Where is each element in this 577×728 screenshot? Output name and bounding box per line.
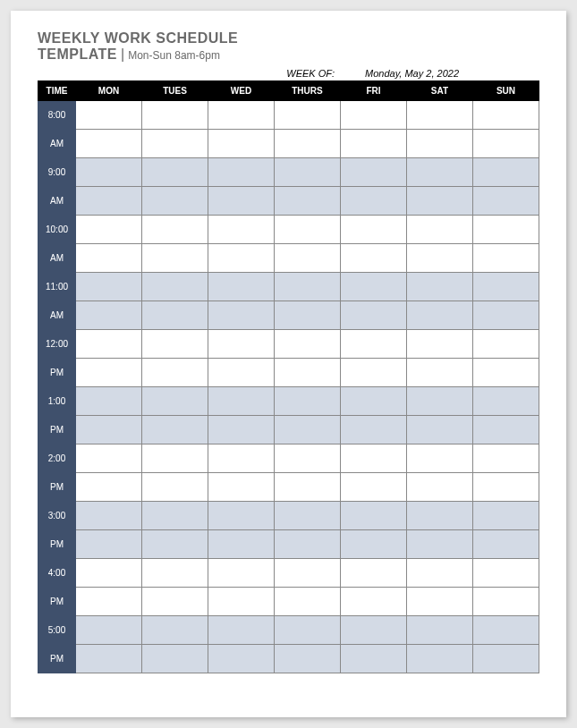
schedule-cell[interactable]	[208, 330, 275, 359]
schedule-cell[interactable]	[208, 588, 275, 616]
schedule-cell[interactable]	[76, 473, 142, 502]
schedule-cell[interactable]	[208, 216, 275, 244]
schedule-cell[interactable]	[341, 645, 407, 673]
schedule-cell[interactable]	[76, 444, 142, 473]
schedule-cell[interactable]	[142, 244, 208, 273]
schedule-cell[interactable]	[407, 530, 473, 559]
schedule-cell[interactable]	[473, 559, 539, 588]
schedule-cell[interactable]	[341, 158, 407, 187]
schedule-cell[interactable]	[76, 416, 142, 444]
schedule-cell[interactable]	[208, 559, 275, 588]
schedule-cell[interactable]	[76, 158, 142, 187]
schedule-cell[interactable]	[142, 502, 208, 530]
schedule-cell[interactable]	[142, 559, 208, 588]
schedule-cell[interactable]	[275, 130, 341, 158]
schedule-cell[interactable]	[407, 244, 473, 273]
schedule-cell[interactable]	[341, 387, 407, 416]
schedule-cell[interactable]	[473, 130, 539, 158]
schedule-cell[interactable]	[275, 187, 341, 216]
schedule-cell[interactable]	[473, 387, 539, 416]
schedule-cell[interactable]	[142, 158, 208, 187]
schedule-cell[interactable]	[142, 387, 208, 416]
schedule-cell[interactable]	[76, 216, 142, 244]
schedule-cell[interactable]	[341, 588, 407, 616]
schedule-cell[interactable]	[142, 301, 208, 330]
schedule-cell[interactable]	[142, 187, 208, 216]
schedule-cell[interactable]	[341, 559, 407, 588]
schedule-cell[interactable]	[407, 301, 473, 330]
schedule-cell[interactable]	[473, 588, 539, 616]
schedule-cell[interactable]	[407, 158, 473, 187]
schedule-cell[interactable]	[142, 530, 208, 559]
schedule-cell[interactable]	[76, 359, 142, 387]
schedule-cell[interactable]	[407, 588, 473, 616]
schedule-cell[interactable]	[76, 530, 142, 559]
schedule-cell[interactable]	[275, 444, 341, 473]
schedule-cell[interactable]	[142, 273, 208, 301]
schedule-cell[interactable]	[407, 645, 473, 673]
schedule-cell[interactable]	[275, 301, 341, 330]
schedule-cell[interactable]	[142, 359, 208, 387]
schedule-cell[interactable]	[407, 473, 473, 502]
schedule-cell[interactable]	[407, 359, 473, 387]
schedule-cell[interactable]	[341, 502, 407, 530]
schedule-cell[interactable]	[142, 416, 208, 444]
schedule-cell[interactable]	[208, 616, 275, 645]
schedule-cell[interactable]	[76, 588, 142, 616]
schedule-cell[interactable]	[208, 158, 275, 187]
schedule-cell[interactable]	[473, 444, 539, 473]
schedule-cell[interactable]	[341, 530, 407, 559]
schedule-cell[interactable]	[473, 502, 539, 530]
schedule-cell[interactable]	[341, 444, 407, 473]
schedule-cell[interactable]	[142, 130, 208, 158]
schedule-cell[interactable]	[275, 473, 341, 502]
schedule-cell[interactable]	[473, 645, 539, 673]
schedule-cell[interactable]	[407, 330, 473, 359]
schedule-cell[interactable]	[76, 244, 142, 273]
schedule-cell[interactable]	[208, 473, 275, 502]
schedule-cell[interactable]	[341, 330, 407, 359]
schedule-cell[interactable]	[208, 387, 275, 416]
schedule-cell[interactable]	[473, 473, 539, 502]
schedule-cell[interactable]	[142, 330, 208, 359]
schedule-cell[interactable]	[76, 559, 142, 588]
schedule-cell[interactable]	[208, 301, 275, 330]
schedule-cell[interactable]	[473, 101, 539, 130]
schedule-cell[interactable]	[208, 273, 275, 301]
schedule-cell[interactable]	[275, 588, 341, 616]
schedule-cell[interactable]	[275, 216, 341, 244]
schedule-cell[interactable]	[142, 616, 208, 645]
schedule-cell[interactable]	[407, 101, 473, 130]
schedule-cell[interactable]	[76, 387, 142, 416]
schedule-cell[interactable]	[275, 387, 341, 416]
schedule-cell[interactable]	[473, 301, 539, 330]
schedule-cell[interactable]	[341, 616, 407, 645]
schedule-cell[interactable]	[473, 359, 539, 387]
schedule-cell[interactable]	[341, 416, 407, 444]
schedule-cell[interactable]	[275, 330, 341, 359]
schedule-cell[interactable]	[341, 301, 407, 330]
schedule-cell[interactable]	[407, 502, 473, 530]
schedule-cell[interactable]	[341, 130, 407, 158]
schedule-cell[interactable]	[407, 559, 473, 588]
schedule-cell[interactable]	[407, 273, 473, 301]
schedule-cell[interactable]	[208, 444, 275, 473]
schedule-cell[interactable]	[473, 416, 539, 444]
schedule-cell[interactable]	[208, 101, 275, 130]
schedule-cell[interactable]	[208, 130, 275, 158]
schedule-cell[interactable]	[208, 502, 275, 530]
schedule-cell[interactable]	[275, 101, 341, 130]
schedule-cell[interactable]	[473, 530, 539, 559]
schedule-cell[interactable]	[76, 101, 142, 130]
schedule-cell[interactable]	[407, 216, 473, 244]
schedule-cell[interactable]	[275, 359, 341, 387]
schedule-cell[interactable]	[208, 645, 275, 673]
schedule-cell[interactable]	[76, 502, 142, 530]
schedule-cell[interactable]	[341, 359, 407, 387]
schedule-cell[interactable]	[275, 273, 341, 301]
schedule-cell[interactable]	[142, 101, 208, 130]
schedule-cell[interactable]	[473, 244, 539, 273]
schedule-cell[interactable]	[407, 616, 473, 645]
schedule-cell[interactable]	[473, 158, 539, 187]
schedule-cell[interactable]	[208, 416, 275, 444]
